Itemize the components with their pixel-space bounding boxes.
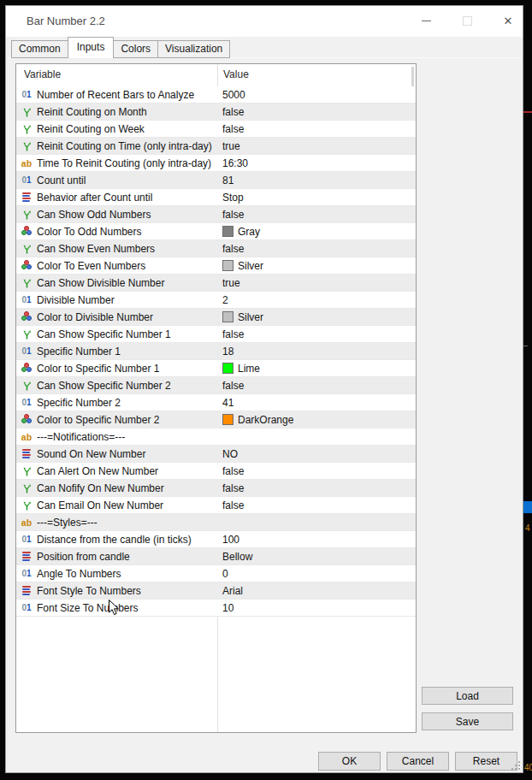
table-row[interactable]: ab---=Notifications=--- bbox=[16, 428, 416, 446]
value-cell[interactable] bbox=[217, 514, 416, 530]
table-row[interactable]: Can Alert On New Numberfalse bbox=[16, 463, 416, 480]
value-cell[interactable]: 10 bbox=[217, 600, 416, 616]
save-button[interactable]: Save bbox=[422, 712, 513, 730]
variable-cell: 01Specific Number 2 bbox=[16, 394, 217, 411]
table-row[interactable]: ab---=Styles=--- bbox=[16, 514, 416, 531]
table-row[interactable]: Reinit Couting on Weekfalse bbox=[16, 121, 416, 138]
value-cell[interactable]: DarkOrange bbox=[217, 411, 416, 428]
table-row[interactable]: 01Specific Number 118 bbox=[16, 343, 416, 360]
tab-common[interactable]: Common bbox=[11, 40, 68, 58]
table-row[interactable]: Position from candleBellow bbox=[16, 548, 416, 565]
close-button[interactable]: ✕ bbox=[488, 8, 528, 33]
table-row[interactable]: Color To Odd NumbersGray bbox=[16, 223, 416, 240]
value-cell[interactable]: false bbox=[217, 326, 416, 342]
table-row[interactable]: Can Show Even Numbersfalse bbox=[16, 240, 416, 257]
table-row[interactable]: Can Show Specific Number 1false bbox=[16, 326, 416, 343]
value-cell[interactable]: Lime bbox=[217, 360, 416, 376]
maximize-button[interactable] bbox=[447, 8, 487, 33]
row-label: Color to Specific Number 2 bbox=[37, 414, 159, 426]
value-cell[interactable]: 2 bbox=[217, 292, 416, 308]
value-cell[interactable]: false bbox=[217, 463, 416, 479]
row-label: Angle To Numbers bbox=[37, 568, 121, 580]
minimize-button[interactable] bbox=[406, 8, 446, 33]
table-row[interactable]: Sound On New NumberNO bbox=[16, 446, 416, 463]
value-cell[interactable]: Silver bbox=[217, 257, 416, 274]
value-cell[interactable]: 0 bbox=[217, 565, 416, 582]
table-row[interactable]: 01Font Size To Numbers10 bbox=[16, 600, 416, 617]
row-value: 10 bbox=[222, 602, 233, 614]
table-row[interactable]: Can Email On New Numberfalse bbox=[16, 497, 416, 514]
row-label: Reinit Couting on Time (only intra-day) bbox=[37, 140, 212, 152]
tab-colors[interactable]: Colors bbox=[113, 40, 157, 58]
color-swatch bbox=[222, 363, 233, 374]
value-cell[interactable]: 18 bbox=[217, 343, 416, 359]
table-row[interactable]: Font Style To NumbersArial bbox=[16, 582, 416, 600]
value-cell[interactable]: Arial bbox=[217, 582, 416, 599]
chart-scale-label-bottom: 40 bbox=[524, 763, 532, 772]
resize-grip[interactable] bbox=[511, 760, 521, 771]
cancel-button[interactable]: Cancel bbox=[387, 752, 449, 771]
color-icon bbox=[20, 414, 33, 426]
table-row[interactable]: 01Angle To Numbers0 bbox=[16, 565, 416, 582]
ok-button[interactable]: OK bbox=[318, 752, 381, 771]
color-icon bbox=[20, 311, 33, 323]
value-cell[interactable]: false bbox=[217, 240, 416, 257]
value-cell[interactable]: Gray bbox=[217, 223, 416, 239]
table-row[interactable]: Can Show Odd Numbersfalse bbox=[16, 206, 416, 223]
row-label: Font Style To Numbers bbox=[37, 585, 141, 597]
value-cell[interactable]: 16:30 bbox=[217, 155, 416, 171]
table-row[interactable]: 01Number of Recent Bars to Analyze5000 bbox=[16, 86, 416, 103]
value-cell[interactable]: 5000 bbox=[217, 86, 416, 103]
table-row[interactable]: Color to Divisible NumberSilver bbox=[16, 309, 416, 326]
table-row[interactable]: Behavior after Count untilStop bbox=[16, 189, 416, 206]
value-cell[interactable] bbox=[217, 428, 416, 445]
table-row[interactable]: Reinit Couting on Monthfalse bbox=[16, 103, 416, 121]
tab-inputs[interactable]: Inputs bbox=[68, 37, 115, 58]
load-button[interactable]: Load bbox=[422, 687, 513, 705]
table-row[interactable]: Reinit Couting on Time (only intra-day)t… bbox=[16, 138, 416, 155]
table-row[interactable]: Can Show Specific Number 2false bbox=[16, 377, 416, 394]
value-cell[interactable]: 81 bbox=[217, 172, 416, 188]
value-cell[interactable]: false bbox=[217, 377, 416, 393]
variable-cell: Can Show Divisible Number bbox=[16, 275, 217, 291]
value-cell[interactable]: false bbox=[217, 497, 416, 513]
row-label: ---=Notifications=--- bbox=[37, 431, 125, 443]
value-cell[interactable]: 41 bbox=[217, 394, 416, 411]
variable-cell: Can Show Specific Number 2 bbox=[16, 377, 217, 393]
table-row[interactable]: Can Show Divisible Numbertrue bbox=[16, 275, 416, 292]
mouse-cursor bbox=[109, 600, 121, 617]
table-row[interactable]: Color to Specific Number 2DarkOrange bbox=[16, 411, 416, 428]
value-cell[interactable]: false bbox=[217, 103, 416, 120]
row-value: Bellow bbox=[222, 551, 252, 563]
color-icon bbox=[20, 363, 33, 375]
value-cell[interactable]: false bbox=[217, 121, 416, 137]
table-row[interactable]: Can Nofify On New Numberfalse bbox=[16, 480, 416, 497]
table-row[interactable]: abTime To Reinit Couting (only intra-day… bbox=[16, 155, 416, 172]
table-row[interactable]: 01Distance from the candle (in ticks)100 bbox=[16, 531, 416, 548]
value-cell[interactable]: NO bbox=[217, 446, 416, 462]
enum-icon bbox=[20, 585, 33, 597]
value-cell[interactable]: false bbox=[217, 480, 416, 496]
bool-icon bbox=[20, 209, 33, 221]
table-row[interactable]: 01Count until81 bbox=[16, 172, 416, 189]
tab-visualization[interactable]: Visualization bbox=[157, 40, 230, 58]
table-row[interactable]: 01Specific Number 241 bbox=[16, 394, 416, 411]
table-row[interactable]: 01Divisible Number2 bbox=[16, 292, 416, 309]
table-row[interactable]: Color to Specific Number 1Lime bbox=[16, 360, 416, 377]
value-cell[interactable]: Bellow bbox=[217, 548, 416, 564]
value-cell[interactable]: false bbox=[217, 206, 416, 222]
integer-icon: 01 bbox=[20, 346, 33, 358]
reset-button[interactable]: Reset bbox=[455, 752, 517, 771]
bool-icon bbox=[20, 140, 33, 152]
value-cell[interactable]: true bbox=[217, 275, 416, 291]
table-header: Variable Value bbox=[16, 64, 416, 86]
row-value: Silver bbox=[238, 260, 263, 272]
value-cell[interactable]: Silver bbox=[217, 309, 416, 325]
row-value: true bbox=[222, 277, 240, 289]
table-row[interactable]: Color To Even NumbersSilver bbox=[16, 257, 416, 275]
value-cell[interactable]: 100 bbox=[217, 531, 416, 547]
row-value: false bbox=[222, 106, 244, 118]
row-value: 18 bbox=[222, 346, 233, 358]
value-cell[interactable]: Stop bbox=[217, 189, 416, 205]
value-cell[interactable]: true bbox=[217, 138, 416, 154]
